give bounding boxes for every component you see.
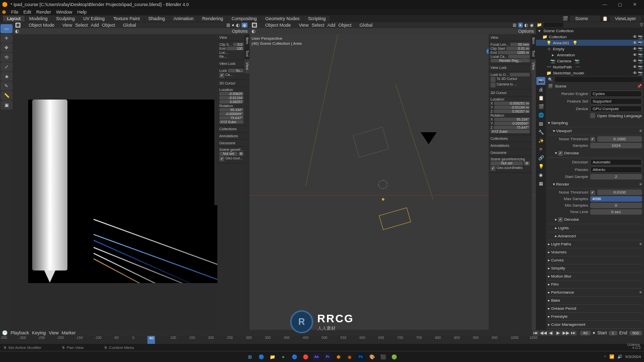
out-eye-icon[interactable]: 👁 — [633, 65, 637, 69]
p-engine[interactable]: Cycles — [590, 90, 642, 97]
menu-help[interactable]: Help — [77, 10, 87, 15]
np-b-renderreg[interactable]: Render Reg... — [491, 59, 530, 62]
ws-tab-shading[interactable]: Shading — [144, 16, 169, 22]
ptab-object[interactable]: ▨ — [536, 120, 545, 128]
np-a-ry[interactable]: -0.000069° — [219, 112, 244, 116]
ptab-viewlayer[interactable]: 📋 — [536, 94, 545, 102]
timeline-ruler[interactable]: -350-300-250-200-150-100-500501001502002… — [0, 336, 644, 344]
p-panel-volumes[interactable]: ▸ Volumes — [548, 248, 642, 256]
np-a-geocoord-check[interactable] — [219, 156, 224, 161]
tl-start-frame[interactable]: 1 — [609, 331, 617, 335]
p-denoise-r-check[interactable] — [558, 217, 563, 222]
p-maxs[interactable]: 4096 — [590, 196, 642, 202]
tray-up-icon[interactable]: ^ — [604, 354, 606, 359]
tool-annotate[interactable]: ✎ — [1, 81, 13, 90]
ptab-physics[interactable]: ⚛ — [536, 145, 545, 153]
p-samp-vp[interactable]: 1024 — [590, 143, 642, 148]
np-b-x[interactable]: -0.008251 m — [494, 102, 530, 105]
tl-playhead[interactable]: 40 — [147, 336, 155, 344]
np-a-to[interactable]: To... — [228, 69, 244, 72]
ntab-b-tool[interactable]: Tool — [531, 47, 536, 60]
np-b-notset[interactable]: Not set — [491, 161, 523, 165]
shading-matprev-icon[interactable]: ◐ — [236, 23, 240, 28]
out-render-icon[interactable]: 📷 — [638, 71, 643, 75]
np-b-ry[interactable]: -0.000069° — [494, 122, 530, 125]
tl-play[interactable]: ▶ — [555, 330, 562, 336]
p-panel-performance[interactable]: ▸ Performance≡ — [548, 289, 642, 297]
menu-file[interactable]: File — [11, 10, 19, 15]
ws-tab-animation[interactable]: Animation — [170, 16, 198, 22]
np-b-collections[interactable]: Collections — [491, 137, 508, 140]
scene-selector[interactable]: Scene — [570, 16, 600, 22]
ptab-constraint[interactable]: 🔗 — [536, 154, 545, 162]
np-b-z[interactable]: 0.08357 m — [494, 110, 530, 113]
shading-solid-icon[interactable]: ● — [232, 23, 234, 28]
np-b-camto-check[interactable] — [491, 82, 496, 87]
np-b-annotations[interactable]: Annotations — [491, 144, 509, 147]
tl-playback[interactable]: Playback — [11, 330, 29, 335]
tool-select-box[interactable]: ▭ — [1, 24, 13, 33]
np-a-y[interactable]: -0.01164 — [219, 96, 244, 100]
p-panel-color-management[interactable]: ▸ Color Management — [548, 321, 642, 329]
tray-wifi-icon[interactable]: 📶 — [609, 354, 614, 359]
task-copilot-icon[interactable]: 🔵 — [257, 353, 265, 361]
out-eye-icon[interactable]: 👁 — [633, 71, 637, 75]
timeline-type-icon[interactable]: 🕐 — [2, 330, 8, 335]
p-denoiser[interactable]: Automatic — [590, 159, 642, 165]
outliner-row-6[interactable]: 📁Sketchfab_model👁📷 — [536, 70, 644, 76]
tool-transform[interactable]: ◈ — [1, 72, 13, 81]
p-panel-light-paths[interactable]: ▸ Light Paths≡ — [548, 240, 642, 248]
shading-b-solid-icon[interactable]: ● — [518, 23, 523, 28]
outliner-row-0[interactable]: 📁Collection👁📷 — [536, 34, 644, 40]
p-panel-curves[interactable]: ▸ Curves — [548, 256, 642, 264]
np-b-clip[interactable]: 0.01 m — [506, 47, 530, 50]
np-b-3dcursor-check[interactable] — [491, 77, 496, 82]
tray-datetime[interactable]: 9/3/2024 — [625, 354, 641, 359]
tl-next-key[interactable]: ▶▶ — [562, 330, 570, 336]
ws-tab-texturepaint[interactable]: Texture Paint — [109, 16, 144, 22]
np-a-gear[interactable]: ⚙ — [238, 152, 244, 156]
tl-view[interactable]: View — [49, 330, 58, 335]
np-b-focal[interactable]: 50 mm — [510, 43, 530, 46]
outliner-row-5[interactable]: 〰NurbsPath〰👁📷 — [536, 64, 644, 70]
tool-scale[interactable]: ⤢ — [1, 62, 13, 71]
p-feature[interactable]: Supported — [590, 98, 642, 105]
task-figma-icon[interactable]: 🎨 — [368, 353, 376, 361]
p-panel-film[interactable]: ▸ Film — [548, 281, 642, 289]
props-search[interactable] — [555, 77, 642, 82]
p-passes[interactable]: Albedo — [590, 166, 642, 173]
ws-tab-modeling[interactable]: Modeling — [25, 16, 52, 22]
ptab-material[interactable]: ◉ — [536, 171, 545, 179]
p-mins[interactable]: 0 — [590, 203, 642, 208]
vp-b-menu-object[interactable]: Object — [338, 23, 351, 28]
menu-window[interactable]: Window — [56, 10, 72, 15]
mode-selector-a[interactable]: Object Mode — [24, 22, 59, 28]
orient-a[interactable]: Global — [118, 22, 141, 28]
np-b-geocoord-check[interactable] — [491, 166, 496, 171]
p-sampling[interactable]: ▾ Sampling — [548, 119, 642, 127]
options-a[interactable]: Options — [232, 29, 248, 34]
tl-jump-end[interactable]: ⏭ — [570, 330, 577, 336]
np-b-y[interactable]: -0.01164 m — [494, 106, 530, 109]
tool-rotate[interactable]: ⟲ — [1, 53, 13, 62]
task-houdini-icon[interactable]: ◉ — [346, 353, 354, 361]
np-b-cursor[interactable]: 3D Cursor — [491, 91, 507, 95]
out-render-icon[interactable]: 📷 — [638, 59, 643, 63]
ws-tab-layout[interactable]: Layout — [3, 16, 25, 22]
tool-addcube[interactable]: ▣ — [1, 101, 13, 110]
orient-b[interactable]: Global — [354, 22, 377, 28]
ws-tab-uv[interactable]: UV Editing — [79, 16, 109, 22]
task-pr-icon[interactable]: Pr — [324, 353, 332, 361]
np-a-clip[interactable]: 0.0 — [233, 43, 244, 46]
ntab-b-view[interactable]: View — [531, 59, 536, 73]
p-tl[interactable]: 0 sec — [590, 209, 642, 215]
p-nt-r[interactable]: 0.0100 — [597, 190, 642, 195]
np-b-geoscene[interactable]: Geoscene — [491, 151, 507, 154]
p-nt-vp-check[interactable] — [590, 137, 595, 142]
np-b-view[interactable]: View — [491, 36, 498, 39]
ntab-a-view[interactable]: View — [245, 59, 250, 73]
close-button[interactable]: ✕ — [628, 1, 642, 9]
out-render-icon[interactable]: 📷 — [638, 65, 643, 69]
np-a-rx[interactable]: 95.334° — [219, 108, 244, 112]
vp-a-menu-object[interactable]: Object — [102, 23, 115, 28]
